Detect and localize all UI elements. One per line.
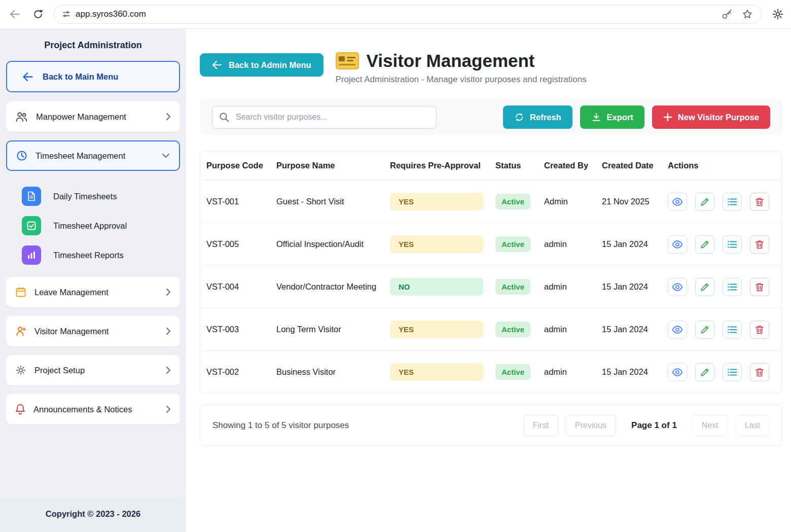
purpose-code-cell: VST-004: [206, 282, 276, 292]
created-by-cell: admin: [544, 282, 602, 292]
bar-chart-icon: [22, 245, 41, 265]
timesheet-submenu: Daily Timesheets Timesheet Approval Time…: [0, 180, 186, 277]
table-row: VST-004 Vendor/Contractor Meeting NO Act…: [200, 265, 782, 308]
bookmark-star-icon[interactable]: [742, 9, 753, 20]
previous-page-button[interactable]: Previous: [565, 415, 616, 436]
details-list-button[interactable]: [723, 321, 742, 339]
sidebar-item-label: Announcements & Notices: [33, 405, 132, 414]
view-button[interactable]: [668, 278, 687, 296]
browser-menu-icon[interactable]: [772, 8, 784, 20]
eye-icon: [672, 326, 683, 334]
chevron-right-icon: [166, 405, 171, 413]
view-button[interactable]: [668, 193, 687, 211]
plus-icon: [663, 113, 672, 122]
edit-button[interactable]: [695, 235, 714, 254]
browser-refresh-button[interactable]: [30, 7, 46, 22]
row-actions: [668, 235, 776, 254]
last-page-button[interactable]: Last: [735, 415, 770, 436]
sidebar-item-manpower-management[interactable]: Manpower Management: [6, 101, 180, 132]
export-label: Export: [607, 113, 633, 122]
pre-approval-badge: YES: [390, 363, 483, 381]
sidebar-item-label: Project Setup: [34, 366, 85, 375]
delete-button[interactable]: [750, 363, 769, 381]
search-input[interactable]: [212, 106, 437, 129]
search-icon: [219, 112, 229, 122]
sidebar-item-visitor-management[interactable]: Visitor Management: [6, 316, 180, 346]
download-icon: [591, 112, 601, 122]
status-badge: Active: [495, 236, 530, 252]
row-actions: [668, 321, 776, 339]
created-by-cell: admin: [544, 325, 602, 334]
pagination-controls: First Previous Page 1 of 1 Next Last: [523, 415, 770, 436]
delete-button[interactable]: [750, 278, 769, 296]
back-arrow-icon: [22, 73, 33, 81]
browser-toolbar: app.syros360.com: [0, 0, 791, 29]
pre-approval-badge: YES: [390, 321, 483, 338]
pre-approval-badge: YES: [390, 193, 483, 210]
sidebar-item-label: Leave Management: [34, 288, 109, 297]
list-icon: [728, 198, 737, 206]
pencil-icon: [700, 325, 709, 334]
address-bar[interactable]: app.syros360.com: [54, 5, 762, 24]
edit-button[interactable]: [695, 193, 714, 211]
calendar-icon: [15, 287, 26, 298]
trash-icon: [756, 197, 764, 206]
row-actions: [668, 193, 776, 211]
details-list-button[interactable]: [723, 278, 742, 296]
purpose-name-cell: Long Term Visitor: [276, 325, 390, 334]
table-row: VST-001 Guest - Short Visit YES Active A…: [200, 180, 782, 223]
sidebar-item-daily-timesheets[interactable]: Daily Timesheets: [22, 182, 186, 211]
pencil-icon: [700, 197, 709, 206]
pencil-icon: [700, 240, 709, 249]
trash-icon: [756, 368, 764, 377]
first-page-button[interactable]: First: [523, 415, 558, 436]
view-button[interactable]: [668, 363, 687, 381]
pre-approval-badge: YES: [390, 235, 483, 253]
visitor-id-card-icon: [336, 52, 359, 69]
edit-button[interactable]: [695, 363, 714, 381]
back-to-main-menu-button[interactable]: Back to Main Menu: [6, 61, 180, 92]
sidebar-item-timesheet-reports[interactable]: Timesheet Reports: [22, 240, 186, 270]
sidebar-item-timesheet-management[interactable]: Timesheet Management: [6, 140, 180, 171]
refresh-button[interactable]: Refresh: [503, 105, 572, 129]
purpose-code-cell: VST-005: [206, 239, 276, 249]
created-date-cell: 15 Jan 2024: [602, 282, 668, 292]
created-date-cell: 15 Jan 2024: [602, 367, 668, 377]
export-button[interactable]: Export: [580, 105, 644, 129]
pencil-icon: [700, 368, 709, 377]
sidebar-item-label: Visitor Management: [34, 327, 109, 336]
bell-icon: [15, 404, 25, 415]
list-icon: [728, 283, 737, 291]
chevron-down-icon: [162, 153, 170, 158]
details-list-button[interactable]: [723, 363, 742, 381]
delete-button[interactable]: [750, 193, 769, 211]
edit-button[interactable]: [695, 321, 714, 339]
edit-button[interactable]: [695, 278, 714, 296]
trash-icon: [756, 240, 764, 249]
created-by-cell: Admin: [544, 197, 602, 206]
delete-button[interactable]: [750, 235, 769, 254]
view-button[interactable]: [668, 321, 687, 339]
column-header-pre-approval: Requires Pre-Approval: [390, 161, 495, 170]
details-list-button[interactable]: [723, 193, 742, 211]
view-button[interactable]: [668, 235, 687, 254]
table-row: VST-002 Business Visitor YES Active admi…: [200, 350, 782, 393]
sidebar-item-announcements-notices[interactable]: Announcements & Notices: [6, 394, 180, 424]
copyright-text: Copyright © 2023 - 2026: [0, 497, 186, 532]
details-list-button[interactable]: [723, 235, 742, 254]
key-icon[interactable]: [722, 9, 733, 20]
browser-back-button[interactable]: [7, 7, 22, 22]
chevron-right-icon: [166, 113, 171, 121]
delete-button[interactable]: [750, 321, 769, 339]
back-to-admin-menu-button[interactable]: Back to Admin Menu: [200, 53, 323, 77]
pagination-bar: Showing 1 to 5 of 5 visitor purposes Fir…: [200, 405, 782, 446]
site-info-icon[interactable]: [62, 10, 70, 18]
sidebar-item-timesheet-approval[interactable]: Timesheet Approval: [22, 211, 186, 240]
sidebar-item-leave-management[interactable]: Leave Management: [6, 277, 180, 307]
refresh-icon: [514, 112, 524, 122]
status-badge: Active: [495, 279, 530, 295]
new-visitor-purpose-button[interactable]: New Visitor Purpose: [652, 105, 770, 129]
next-page-button[interactable]: Next: [692, 415, 728, 436]
sidebar-item-project-setup[interactable]: Project Setup: [6, 355, 180, 385]
check-square-icon: [22, 216, 41, 235]
